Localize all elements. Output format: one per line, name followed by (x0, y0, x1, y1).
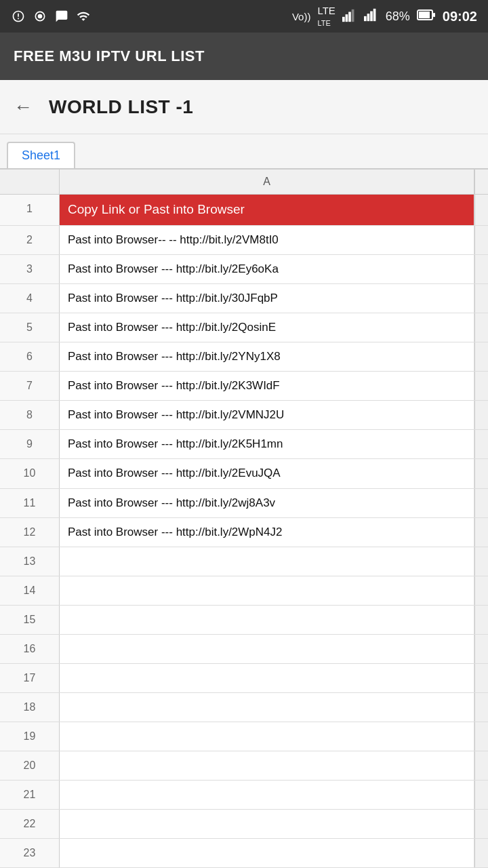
row-number: 8 (0, 401, 60, 429)
cell-a8[interactable]: Past into Browser --- http://bit.ly/2VMN… (60, 401, 474, 429)
table-row[interactable]: 3Past into Browser --- http://bit.ly/2Ey… (0, 255, 488, 284)
row-number: 7 (0, 372, 60, 400)
table-row[interactable]: 19 (0, 722, 488, 751)
row-number: 15 (0, 606, 60, 634)
scroll-col-3 (474, 255, 488, 283)
table-row[interactable]: 22 (0, 810, 488, 839)
column-header-row: A (0, 170, 488, 195)
cell-a15 (60, 606, 474, 634)
table-row[interactable]: 7Past into Browser --- http://bit.ly/2K3… (0, 372, 488, 401)
table-row[interactable]: 9Past into Browser --- http://bit.ly/2K5… (0, 430, 488, 459)
status-bar-left-icons (11, 9, 91, 24)
table-row[interactable]: 12Past into Browser --- http://bit.ly/2W… (0, 518, 488, 547)
cell-a1[interactable]: Copy Link or Past into Browser (60, 195, 474, 225)
scroll-col-9 (474, 430, 488, 458)
cell-a4[interactable]: Past into Browser --- http://bit.ly/30JF… (60, 284, 474, 313)
scroll-col-18 (474, 693, 488, 722)
row-number: 18 (0, 693, 60, 722)
svg-rect-6 (364, 16, 367, 20)
table-row[interactable]: 1Copy Link or Past into Browser (0, 195, 488, 226)
lte-label: LTELTE (317, 5, 335, 28)
table-row[interactable]: 10Past into Browser --- http://bit.ly/2E… (0, 459, 488, 488)
table-row[interactable]: 14 (0, 576, 488, 606)
table-row[interactable]: 17 (0, 664, 488, 693)
svg-rect-11 (419, 12, 430, 18)
table-row[interactable]: 5Past into Browser --- http://bit.ly/2Qo… (0, 313, 488, 342)
scroll-col-10 (474, 459, 488, 488)
svg-rect-8 (370, 11, 373, 21)
cell-a16 (60, 635, 474, 663)
cell-a13 (60, 547, 474, 576)
cell-a23 (60, 839, 474, 867)
svg-rect-3 (345, 14, 348, 22)
cell-a19 (60, 722, 474, 751)
cell-a12[interactable]: Past into Browser --- http://bit.ly/2WpN… (60, 518, 474, 547)
cell-a5[interactable]: Past into Browser --- http://bit.ly/2Qos… (60, 313, 474, 342)
battery-percent: 68% (386, 9, 410, 24)
table-row[interactable]: 13 (0, 547, 488, 576)
table-row[interactable]: 8Past into Browser --- http://bit.ly/2VM… (0, 401, 488, 430)
cell-a10[interactable]: Past into Browser --- http://bit.ly/2Evu… (60, 459, 474, 488)
cell-a7[interactable]: Past into Browser --- http://bit.ly/2K3W… (60, 372, 474, 400)
row-number: 3 (0, 255, 60, 283)
sheet-tabs: Sheet1 (0, 134, 488, 170)
scroll-col-7 (474, 372, 488, 400)
back-button[interactable]: ← (14, 96, 33, 118)
svg-rect-7 (367, 14, 369, 21)
row-number: 4 (0, 284, 60, 313)
table-row[interactable]: 23 (0, 839, 488, 868)
scroll-col-header (474, 170, 488, 194)
svg-rect-2 (342, 16, 345, 21)
scroll-col-17 (474, 664, 488, 692)
table-row[interactable]: 11Past into Browser --- http://bit.ly/2w… (0, 489, 488, 518)
row-number: 11 (0, 489, 60, 517)
cell-a20 (60, 751, 474, 780)
svg-point-1 (38, 14, 43, 19)
scroll-col-4 (474, 284, 488, 313)
table-row[interactable]: 16 (0, 635, 488, 664)
status-bar-right: Vo)) LTELTE 68% 0 (292, 5, 477, 28)
cell-a18 (60, 693, 474, 722)
table-row[interactable]: 4Past into Browser --- http://bit.ly/30J… (0, 284, 488, 313)
cell-a2[interactable]: Past into Browser-- -- http://bit.ly/2VM… (60, 226, 474, 254)
table-row[interactable]: 20 (0, 751, 488, 781)
scroll-col-23 (474, 839, 488, 867)
row-number: 12 (0, 518, 60, 547)
camera1-icon (11, 9, 26, 24)
cell-a11[interactable]: Past into Browser --- http://bit.ly/2wj8… (60, 489, 474, 517)
time-label: 09:02 (443, 9, 477, 24)
table-row[interactable]: 21 (0, 781, 488, 810)
scroll-col-5 (474, 313, 488, 342)
message-icon (54, 9, 69, 24)
row-number: 9 (0, 430, 60, 458)
scroll-col-15 (474, 606, 488, 634)
cell-a21 (60, 781, 474, 809)
cell-a6[interactable]: Past into Browser --- http://bit.ly/2YNy… (60, 342, 474, 371)
scroll-col-14 (474, 576, 488, 605)
app-bar-title: FREE M3U IPTV URL LIST (14, 47, 205, 65)
row-number: 22 (0, 810, 60, 838)
table-row[interactable]: 15 (0, 606, 488, 635)
wifi-icon (76, 9, 91, 24)
app-bar: FREE M3U IPTV URL LIST (0, 33, 488, 80)
svg-rect-5 (352, 9, 354, 21)
row-number: 23 (0, 839, 60, 867)
rows-container: 1Copy Link or Past into Browser2Past int… (0, 195, 488, 868)
row-num-header (0, 170, 60, 194)
cell-a9[interactable]: Past into Browser --- http://bit.ly/2K5H… (60, 430, 474, 458)
table-row[interactable]: 2Past into Browser-- -- http://bit.ly/2V… (0, 226, 488, 255)
row-number: 1 (0, 195, 60, 225)
camera2-icon (33, 9, 47, 24)
scroll-col-2 (474, 226, 488, 254)
row-number: 10 (0, 459, 60, 488)
cell-a14 (60, 576, 474, 605)
row-number: 13 (0, 547, 60, 576)
row-number: 6 (0, 342, 60, 371)
svg-rect-9 (373, 8, 376, 20)
sheet-tab-1[interactable]: Sheet1 (7, 142, 75, 168)
table-row[interactable]: 6Past into Browser --- http://bit.ly/2YN… (0, 342, 488, 372)
cell-a3[interactable]: Past into Browser --- http://bit.ly/2Ey6… (60, 255, 474, 283)
table-row[interactable]: 18 (0, 693, 488, 722)
signal-bars-icon (364, 8, 379, 25)
scroll-col-11 (474, 489, 488, 517)
